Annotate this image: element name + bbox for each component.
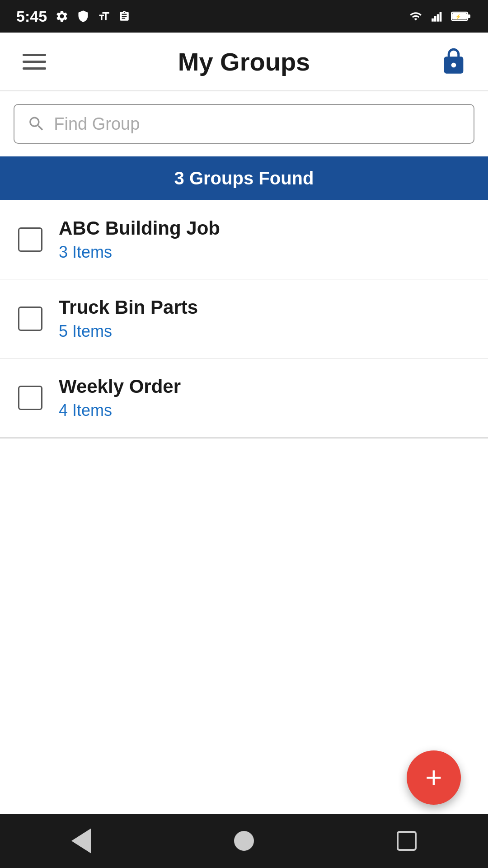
search-input[interactable] xyxy=(54,114,461,134)
group-1-checkbox[interactable] xyxy=(18,227,42,252)
group-3-info: Weekly Order 4 Items xyxy=(59,376,181,420)
svg-rect-1 xyxy=(434,16,436,22)
search-input-wrapper xyxy=(14,104,474,144)
svg-rect-2 xyxy=(437,14,439,21)
app-header: My Groups xyxy=(0,33,488,91)
group-2-count: 5 Items xyxy=(59,322,198,341)
search-container xyxy=(0,91,488,156)
wifi-icon xyxy=(408,10,424,23)
font-icon xyxy=(98,10,110,23)
recent-icon xyxy=(397,831,417,851)
group-1-info: ABC Building Job 3 Items xyxy=(59,217,220,262)
groups-found-banner: 3 Groups Found xyxy=(0,156,488,200)
group-2-checkbox[interactable] xyxy=(18,307,42,331)
group-3-name: Weekly Order xyxy=(59,376,181,397)
hamburger-line-2 xyxy=(23,61,46,63)
list-item: ABC Building Job 3 Items xyxy=(0,200,488,279)
status-left: 5:45 xyxy=(16,8,130,25)
group-1-name: ABC Building Job xyxy=(59,217,220,239)
status-time: 5:45 xyxy=(16,8,47,25)
status-right: ⚡ xyxy=(408,10,472,23)
svg-rect-5 xyxy=(468,14,470,18)
back-icon xyxy=(71,828,91,854)
nav-back-button[interactable] xyxy=(71,828,91,854)
list-item: Truck Bin Parts 5 Items xyxy=(0,279,488,359)
nav-bar xyxy=(0,814,488,868)
home-icon xyxy=(234,831,254,851)
signal-icon xyxy=(430,10,445,23)
hamburger-line-3 xyxy=(23,67,46,70)
group-2-info: Truck Bin Parts 5 Items xyxy=(59,297,198,341)
nav-home-button[interactable] xyxy=(234,831,254,851)
bottom-divider xyxy=(0,438,488,439)
group-3-count: 4 Items xyxy=(59,401,181,420)
shield-icon xyxy=(77,9,89,23)
group-2-name: Truck Bin Parts xyxy=(59,297,198,318)
page-title: My Groups xyxy=(178,47,310,76)
search-icon xyxy=(27,114,46,134)
groups-found-text: 3 Groups Found xyxy=(174,168,314,188)
status-bar: 5:45 ⚡ xyxy=(0,0,488,33)
battery-icon: ⚡ xyxy=(451,10,472,22)
clipboard-icon xyxy=(118,10,130,23)
group-3-checkbox[interactable] xyxy=(18,386,42,410)
list-item: Weekly Order 4 Items xyxy=(0,359,488,438)
svg-text:⚡: ⚡ xyxy=(455,14,461,20)
hamburger-menu-button[interactable] xyxy=(18,49,51,74)
lock-icon xyxy=(439,47,468,76)
nav-recent-button[interactable] xyxy=(397,831,417,851)
group-1-count: 3 Items xyxy=(59,243,220,262)
gear-icon xyxy=(55,9,69,23)
add-icon: + xyxy=(425,763,442,792)
svg-rect-0 xyxy=(432,19,434,22)
groups-list: ABC Building Job 3 Items Truck Bin Parts… xyxy=(0,200,488,438)
add-group-button[interactable]: + xyxy=(407,750,461,805)
lock-button[interactable] xyxy=(437,45,470,78)
svg-rect-3 xyxy=(440,12,442,22)
hamburger-line-1 xyxy=(23,54,46,56)
